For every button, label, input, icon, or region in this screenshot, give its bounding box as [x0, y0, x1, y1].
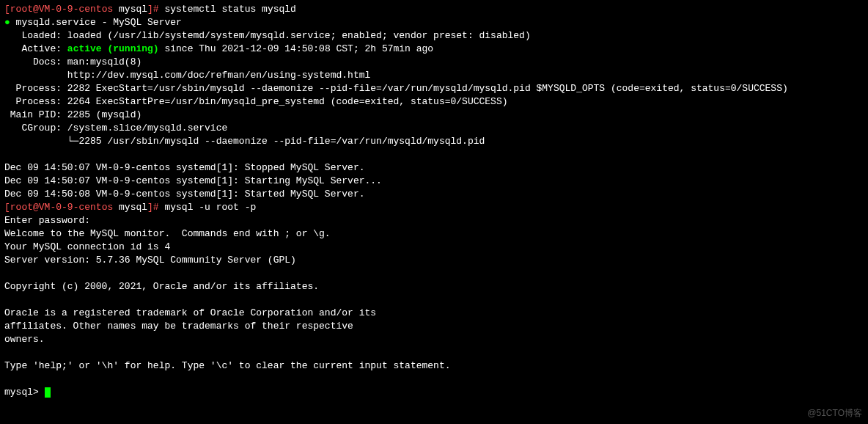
mysql-prompt[interactable]: mysql>: [4, 386, 864, 399]
mysql-trademark-3: owners.: [4, 333, 864, 346]
service-docs-1: Docs: man:mysqld(8): [4, 56, 864, 69]
prompt-path: mysql: [113, 202, 147, 213]
command-2: mysql -u root -p: [164, 202, 256, 213]
mysql-welcome: Welcome to the MySQL monitor. Commands e…: [4, 227, 864, 241]
service-active: Active: active (running) since Thu 2021-…: [4, 43, 864, 56]
cursor-icon: [45, 387, 51, 398]
log-line-3: Dec 09 14:50:08 VM-0-9-centos systemd[1]…: [4, 188, 864, 201]
blank-line: [4, 346, 864, 359]
service-docs-2: http://dev.mysql.com/doc/refman/en/using…: [4, 69, 864, 82]
mysql-enter-password: Enter password:: [4, 214, 864, 227]
service-cgroup-1: CGroup: /system.slice/mysqld.service: [4, 122, 864, 135]
command-1: systemctl status mysqld: [164, 4, 295, 15]
service-process-1: Process: 2282 ExecStart=/usr/sbin/mysqld…: [4, 82, 864, 95]
service-main-pid: Main PID: 2285 (mysqld): [4, 109, 864, 122]
mysql-help: Type 'help;' or '\h' for help. Type '\c'…: [4, 359, 864, 373]
log-line-2: Dec 09 14:50:07 VM-0-9-centos systemd[1]…: [4, 175, 864, 188]
service-header: ● mysqld.service - MySQL Server: [4, 16, 864, 29]
prompt-open: [: [4, 202, 10, 213]
prompt-path: mysql: [113, 4, 147, 15]
shell-prompt-1: [root@VM-0-9-centos mysql]# systemctl st…: [4, 3, 864, 16]
prompt-host: root@VM-0-9-centos: [10, 4, 113, 15]
prompt-open: [: [4, 4, 10, 15]
mysql-trademark-1: Oracle is a registered trademark of Orac…: [4, 307, 864, 320]
active-state: active (running): [67, 43, 159, 54]
blank-line: [4, 373, 864, 386]
shell-prompt-2: [root@VM-0-9-centos mysql]# mysql -u roo…: [4, 201, 864, 214]
log-line-1: Dec 09 14:50:07 VM-0-9-centos systemd[1]…: [4, 161, 864, 175]
blank-line: [4, 148, 864, 161]
status-dot-icon: ●: [4, 17, 10, 28]
service-cgroup-2: └─2285 /usr/sbin/mysqld --daemonize --pi…: [4, 135, 864, 148]
service-process-2: Process: 2264 ExecStartPre=/usr/bin/mysq…: [4, 95, 864, 109]
mysql-trademark-2: affiliates. Other names may be trademark…: [4, 320, 864, 333]
service-name: mysqld.service - MySQL Server: [10, 17, 182, 28]
prompt-close: ]#: [147, 202, 164, 213]
mysql-server-version: Server version: 5.7.36 MySQL Community S…: [4, 254, 864, 267]
blank-line: [4, 267, 864, 280]
prompt-close: ]#: [147, 4, 164, 15]
watermark: @51CTO博客: [807, 406, 862, 420]
mysql-copyright: Copyright (c) 2000, 2021, Oracle and/or …: [4, 280, 864, 293]
active-since: since Thu 2021-12-09 14:50:08 CST; 2h 57…: [159, 43, 433, 54]
active-label: Active:: [4, 43, 67, 54]
prompt-host: root@VM-0-9-centos: [10, 202, 113, 213]
service-loaded: Loaded: loaded (/usr/lib/systemd/system/…: [4, 29, 864, 43]
mysql-connection-id: Your MySQL connection id is 4: [4, 241, 864, 254]
blank-line: [4, 293, 864, 307]
mysql-prompt-text: mysql>: [4, 387, 45, 398]
